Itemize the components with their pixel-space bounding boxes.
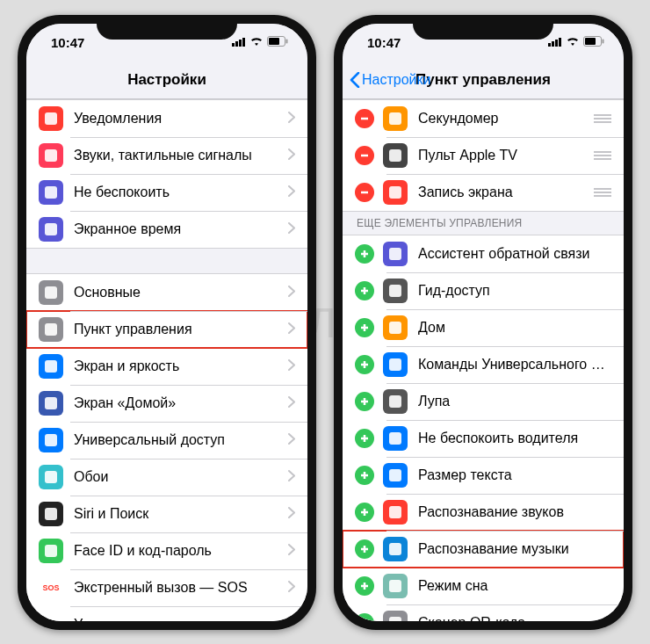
cc-row-dnd-driving: Не беспокоить водителя bbox=[343, 420, 624, 457]
siri-icon bbox=[39, 502, 63, 526]
add-button[interactable] bbox=[355, 355, 374, 374]
cell-label: Siri и Поиск bbox=[74, 506, 288, 522]
settings-row-notifications[interactable]: Уведомления bbox=[26, 100, 307, 137]
sounds-icon bbox=[39, 143, 63, 168]
cc-row-magnifier: Лупа bbox=[343, 383, 624, 420]
svg-rect-49 bbox=[389, 285, 401, 297]
remove-button[interactable] bbox=[355, 183, 374, 202]
cell-label: Секундомер bbox=[418, 111, 594, 127]
svg-rect-30 bbox=[389, 112, 401, 125]
drag-handle-icon[interactable] bbox=[594, 111, 611, 127]
text-size-icon bbox=[383, 463, 408, 488]
cc-row-stopwatch: Секундомер bbox=[343, 100, 624, 137]
svg-rect-15 bbox=[45, 434, 57, 446]
svg-rect-67 bbox=[389, 506, 401, 518]
svg-rect-25 bbox=[559, 38, 561, 47]
settings-row-control-center[interactable]: Пункт управления bbox=[26, 311, 307, 348]
settings-row-faceid[interactable]: Face ID и код-пароль bbox=[26, 532, 307, 569]
cell-label: Не беспокоить bbox=[74, 185, 288, 200]
add-button[interactable] bbox=[355, 503, 374, 522]
home-icon bbox=[383, 315, 408, 340]
drag-handle-icon[interactable] bbox=[594, 185, 611, 200]
wifi-icon bbox=[566, 36, 580, 49]
svg-rect-24 bbox=[555, 40, 558, 47]
add-button[interactable] bbox=[355, 281, 374, 300]
cell-label: Уведомления о контакте bbox=[74, 617, 288, 621]
cc-row-text-size: Размер текста bbox=[343, 457, 624, 494]
cell-label: Экранное время bbox=[74, 221, 288, 237]
chevron-right-icon bbox=[288, 111, 295, 127]
settings-row-home-screen[interactable]: Экран «Домой» bbox=[26, 385, 307, 422]
svg-rect-58 bbox=[389, 395, 401, 408]
cell-label: Режим сна bbox=[418, 578, 611, 594]
cell-label: Обои bbox=[74, 469, 288, 485]
battery-icon bbox=[267, 36, 288, 49]
feedback-icon bbox=[383, 242, 408, 266]
chevron-right-icon bbox=[288, 358, 295, 374]
stopwatch-icon bbox=[383, 106, 408, 131]
svg-rect-16 bbox=[45, 471, 57, 483]
faceid-icon bbox=[39, 539, 63, 563]
settings-row-wallpaper[interactable]: Обои bbox=[26, 459, 307, 496]
settings-row-general[interactable]: Основные bbox=[26, 274, 307, 311]
status-time: 10:47 bbox=[51, 35, 84, 50]
control-center-list[interactable]: Секундомер Пульт Apple TV Запись экрана … bbox=[343, 99, 624, 621]
cell-label: Основные bbox=[74, 285, 288, 300]
svg-rect-28 bbox=[603, 40, 604, 44]
chevron-right-icon bbox=[288, 469, 295, 485]
add-button[interactable] bbox=[355, 613, 374, 621]
cell-label: Распознавание музыки bbox=[418, 541, 611, 557]
settings-row-display[interactable]: Экран и яркость bbox=[26, 348, 307, 385]
settings-row-sos[interactable]: SOS Экстренный вызов — SOS bbox=[26, 569, 307, 606]
add-button[interactable] bbox=[355, 466, 374, 485]
settings-row-sounds[interactable]: Звуки, тактильные сигналы bbox=[26, 137, 307, 174]
cc-row-feedback: Ассистент обратной связи bbox=[343, 235, 624, 272]
cell-label: Лупа bbox=[418, 394, 611, 409]
svg-rect-64 bbox=[389, 469, 401, 481]
add-button[interactable] bbox=[355, 576, 374, 596]
cell-label: Пункт управления bbox=[74, 322, 288, 337]
svg-rect-70 bbox=[389, 543, 401, 555]
svg-rect-46 bbox=[389, 248, 401, 260]
settings-row-do-not-disturb[interactable]: Не беспокоить bbox=[26, 174, 307, 211]
settings-row-exposure[interactable]: Уведомления о контакте bbox=[26, 606, 307, 621]
settings-row-siri[interactable]: Siri и Поиск bbox=[26, 496, 307, 532]
display-icon bbox=[39, 354, 63, 379]
phone-right: 10:47 Настройки Пункт управления bbox=[334, 15, 632, 630]
add-button[interactable] bbox=[355, 392, 374, 411]
wallpaper-icon bbox=[39, 465, 63, 489]
add-button[interactable] bbox=[355, 429, 374, 448]
cell-label: Дом bbox=[418, 320, 611, 336]
svg-rect-40 bbox=[389, 186, 401, 199]
status-time: 10:47 bbox=[367, 35, 401, 50]
sleep-icon bbox=[383, 574, 408, 598]
chevron-right-icon bbox=[288, 322, 295, 337]
battery-icon bbox=[583, 36, 604, 49]
settings-row-accessibility[interactable]: Универсальный доступ bbox=[26, 422, 307, 459]
drag-handle-icon[interactable] bbox=[594, 148, 611, 163]
back-button[interactable]: Настройки bbox=[350, 72, 430, 88]
cell-label: Ассистент обратной связи bbox=[418, 246, 611, 262]
add-button[interactable] bbox=[355, 539, 374, 559]
svg-rect-35 bbox=[389, 149, 401, 162]
settings-row-screen-time[interactable]: Экранное время bbox=[26, 211, 307, 248]
cell-label: Звуки, тактильные сигналы bbox=[74, 148, 288, 163]
cell-label: Распознавание звуков bbox=[418, 504, 611, 520]
settings-list[interactable]: Уведомления Звуки, тактильные сигналы Не… bbox=[26, 99, 307, 621]
svg-rect-52 bbox=[389, 322, 401, 334]
nav-bar: Настройки Пункт управления bbox=[343, 62, 624, 99]
remove-button[interactable] bbox=[355, 109, 374, 128]
add-button[interactable] bbox=[355, 244, 374, 264]
cc-row-home: Дом bbox=[343, 309, 624, 346]
phone-left: 10:47 Настройки Уведомления Звуки, такт bbox=[18, 15, 316, 630]
svg-rect-14 bbox=[45, 397, 57, 409]
cell-label: Гид-доступ bbox=[418, 283, 611, 299]
cell-label: Экстренный вызов — SOS bbox=[74, 580, 288, 596]
cc-row-music-recognition: Распознавание музыки bbox=[343, 531, 624, 568]
notch bbox=[97, 15, 237, 40]
more-controls-header: ЕЩЕ ЭЛЕМЕНТЫ УПРАВЛЕНИЯ bbox=[343, 212, 624, 235]
remove-button[interactable] bbox=[355, 146, 374, 165]
apple-tv-remote-icon bbox=[383, 143, 408, 168]
do-not-disturb-icon bbox=[39, 180, 63, 205]
add-button[interactable] bbox=[355, 318, 374, 337]
